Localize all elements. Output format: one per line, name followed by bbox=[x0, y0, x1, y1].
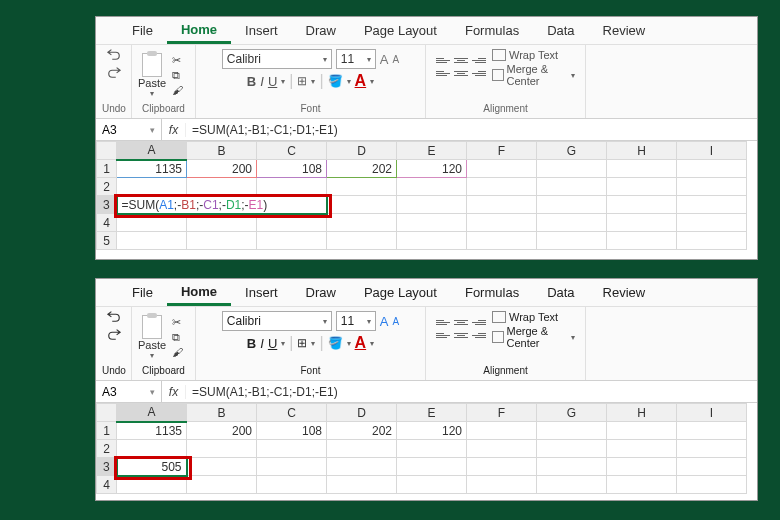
row-header-2[interactable]: 2 bbox=[97, 440, 117, 458]
wrap-text-button[interactable]: Wrap Text bbox=[492, 311, 575, 323]
font-color-icon[interactable]: A bbox=[355, 72, 367, 90]
cell-e1[interactable]: 120 bbox=[397, 422, 467, 440]
col-header-c[interactable]: C bbox=[257, 142, 327, 160]
cell-b1[interactable]: 200 bbox=[187, 422, 257, 440]
tab-home[interactable]: Home bbox=[167, 280, 231, 306]
col-header-d[interactable]: D bbox=[327, 404, 397, 422]
merge-center-button[interactable]: Merge & Center ▾ bbox=[492, 325, 575, 349]
col-header-d[interactable]: D bbox=[327, 142, 397, 160]
formula-bar[interactable]: =SUM(A1;-B1;-C1;-D1;-E1) bbox=[186, 123, 757, 137]
redo-icon[interactable] bbox=[106, 65, 122, 79]
tab-review[interactable]: Review bbox=[589, 19, 660, 42]
bold-button[interactable]: B bbox=[247, 336, 256, 351]
cell-d1[interactable]: 202 bbox=[327, 160, 397, 178]
tab-file[interactable]: File bbox=[118, 19, 167, 42]
decrease-font-icon[interactable]: A bbox=[393, 54, 400, 65]
col-header-b[interactable]: B bbox=[187, 404, 257, 422]
increase-font-icon[interactable]: A bbox=[380, 314, 389, 329]
row-header-1[interactable]: 1 bbox=[97, 160, 117, 178]
row-header-3[interactable]: 3 bbox=[97, 196, 117, 214]
alignment-icons[interactable] bbox=[436, 318, 486, 343]
spreadsheet-grid[interactable]: A B C D E F G H I 1 1135 200 108 202 120… bbox=[96, 141, 747, 250]
row-header-4[interactable]: 4 bbox=[97, 476, 117, 494]
bold-button[interactable]: B bbox=[247, 74, 256, 89]
col-header-b[interactable]: B bbox=[187, 142, 257, 160]
decrease-font-icon[interactable]: A bbox=[393, 316, 400, 327]
row-header-3[interactable]: 3 bbox=[97, 458, 117, 476]
row-header-1[interactable]: 1 bbox=[97, 422, 117, 440]
format-painter-icon[interactable]: 🖌 bbox=[172, 346, 183, 358]
tab-home[interactable]: Home bbox=[167, 18, 231, 44]
format-painter-icon[interactable]: 🖌 bbox=[172, 84, 183, 96]
font-name-select[interactable]: Calibri▾ bbox=[222, 49, 332, 69]
tab-draw[interactable]: Draw bbox=[292, 281, 350, 304]
col-header-e[interactable]: E bbox=[397, 404, 467, 422]
tab-review[interactable]: Review bbox=[589, 281, 660, 304]
cell-b1[interactable]: 200 bbox=[187, 160, 257, 178]
tab-insert[interactable]: Insert bbox=[231, 19, 292, 42]
cut-icon[interactable]: ✂ bbox=[172, 54, 183, 67]
spreadsheet-grid[interactable]: A B C D E F G H I 1 1135 200 108 202 120… bbox=[96, 403, 747, 494]
col-header-f[interactable]: F bbox=[467, 142, 537, 160]
tab-draw[interactable]: Draw bbox=[292, 19, 350, 42]
italic-button[interactable]: I bbox=[260, 74, 264, 89]
name-box[interactable]: A3▾ bbox=[96, 119, 162, 140]
tab-page-layout[interactable]: Page Layout bbox=[350, 281, 451, 304]
col-header-e[interactable]: E bbox=[397, 142, 467, 160]
increase-font-icon[interactable]: A bbox=[380, 52, 389, 67]
alignment-icons[interactable] bbox=[436, 56, 486, 81]
cell-d1[interactable]: 202 bbox=[327, 422, 397, 440]
border-icon[interactable]: ⊞ bbox=[297, 74, 307, 88]
col-header-c[interactable]: C bbox=[257, 404, 327, 422]
wrap-text-button[interactable]: Wrap Text bbox=[492, 49, 575, 61]
col-header-g[interactable]: G bbox=[537, 404, 607, 422]
cell-g1[interactable] bbox=[537, 160, 607, 178]
cut-icon[interactable]: ✂ bbox=[172, 316, 183, 329]
col-header-h[interactable]: H bbox=[607, 404, 677, 422]
copy-icon[interactable]: ⧉ bbox=[172, 331, 183, 344]
cell-h1[interactable] bbox=[607, 160, 677, 178]
col-header-f[interactable]: F bbox=[467, 404, 537, 422]
cell-a1[interactable]: 1135 bbox=[117, 160, 187, 178]
tab-data[interactable]: Data bbox=[533, 281, 588, 304]
cell-a3[interactable]: =SUM(A1;-B1;-C1;-D1;-E1) bbox=[117, 196, 327, 214]
col-header-a[interactable]: A bbox=[117, 404, 187, 422]
cell-i1[interactable] bbox=[677, 160, 747, 178]
name-box[interactable]: A3▾ bbox=[96, 381, 162, 402]
cell-a3[interactable]: 505 bbox=[117, 458, 187, 476]
fx-icon[interactable]: fx bbox=[162, 123, 186, 137]
cell-c1[interactable]: 108 bbox=[257, 422, 327, 440]
merge-center-button[interactable]: Merge & Center ▾ bbox=[492, 63, 575, 87]
cell-e1[interactable]: 120 bbox=[397, 160, 467, 178]
tab-insert[interactable]: Insert bbox=[231, 281, 292, 304]
col-header-a[interactable]: A bbox=[117, 142, 187, 160]
font-name-select[interactable]: Calibri▾ bbox=[222, 311, 332, 331]
copy-icon[interactable]: ⧉ bbox=[172, 69, 183, 82]
redo-icon[interactable] bbox=[106, 327, 122, 341]
tab-formulas[interactable]: Formulas bbox=[451, 19, 533, 42]
paste-button[interactable]: Paste ▾ bbox=[138, 315, 166, 360]
col-header-h[interactable]: H bbox=[607, 142, 677, 160]
cell-a2[interactable] bbox=[117, 178, 187, 196]
fill-color-icon[interactable]: 🪣 bbox=[328, 336, 343, 350]
cell-f1[interactable] bbox=[467, 160, 537, 178]
col-header-i[interactable]: I bbox=[677, 142, 747, 160]
italic-button[interactable]: I bbox=[260, 336, 264, 351]
cell-a1[interactable]: 1135 bbox=[117, 422, 187, 440]
font-color-icon[interactable]: A bbox=[355, 334, 367, 352]
border-icon[interactable]: ⊞ bbox=[297, 336, 307, 350]
fx-icon[interactable]: fx bbox=[162, 385, 186, 399]
col-header-i[interactable]: I bbox=[677, 404, 747, 422]
row-header-2[interactable]: 2 bbox=[97, 178, 117, 196]
formula-bar[interactable]: =SUM(A1;-B1;-C1;-D1;-E1) bbox=[186, 385, 757, 399]
tab-data[interactable]: Data bbox=[533, 19, 588, 42]
tab-formulas[interactable]: Formulas bbox=[451, 281, 533, 304]
col-header-g[interactable]: G bbox=[537, 142, 607, 160]
row-header-4[interactable]: 4 bbox=[97, 214, 117, 232]
tab-page-layout[interactable]: Page Layout bbox=[350, 19, 451, 42]
font-size-select[interactable]: 11▾ bbox=[336, 311, 376, 331]
row-header-5[interactable]: 5 bbox=[97, 232, 117, 250]
paste-button[interactable]: Paste ▾ bbox=[138, 53, 166, 98]
undo-icon[interactable] bbox=[106, 309, 122, 323]
tab-file[interactable]: File bbox=[118, 281, 167, 304]
